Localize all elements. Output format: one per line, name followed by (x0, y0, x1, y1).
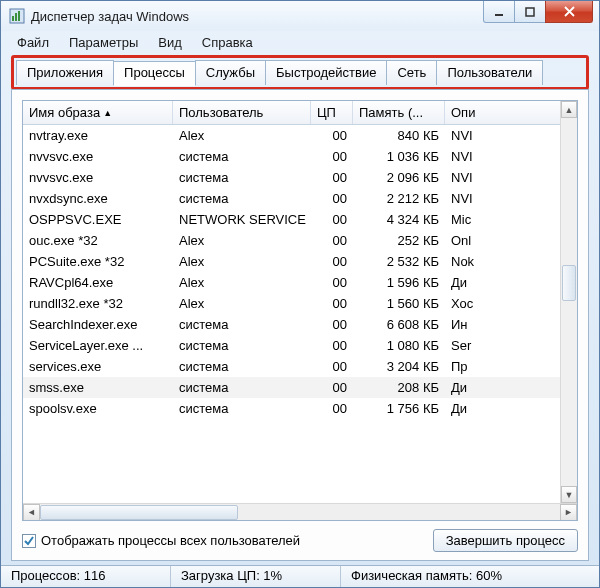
table-row[interactable]: nvtray.exeAlex00840 КБNVI (23, 125, 577, 146)
table-row[interactable]: nvvsvc.exeсистема002 096 КБNVI (23, 167, 577, 188)
cell-user: система (173, 170, 311, 185)
cell-desc: Onl (445, 233, 485, 248)
show-all-users-checkbox[interactable] (22, 534, 36, 548)
scroll-right-icon[interactable]: ► (560, 504, 577, 521)
cell-name: SearchIndexer.exe (23, 317, 173, 332)
cell-cpu: 00 (311, 233, 353, 248)
cell-cpu: 00 (311, 317, 353, 332)
table-row[interactable]: SearchIndexer.exeсистема006 608 КБИн (23, 314, 577, 335)
process-list: Имя образа▲ Пользователь ЦП Память (... … (22, 100, 578, 521)
hscroll-track[interactable] (40, 504, 560, 521)
table-row[interactable]: RAVCpl64.exeAlex001 596 КБДи (23, 272, 577, 293)
cell-mem: 4 324 КБ (353, 212, 445, 227)
cell-user: NETWORK SERVICE (173, 212, 311, 227)
cell-cpu: 00 (311, 170, 353, 185)
cell-mem: 252 КБ (353, 233, 445, 248)
cell-desc: Ди (445, 275, 485, 290)
table-row[interactable]: rundll32.exe *32Alex001 560 КБХос (23, 293, 577, 314)
svg-rect-1 (12, 16, 14, 21)
scroll-down-icon[interactable]: ▼ (561, 486, 577, 503)
cell-mem: 3 204 КБ (353, 359, 445, 374)
cell-name: PCSuite.exe *32 (23, 254, 173, 269)
table-row[interactable]: ouc.exe *32Alex00252 КБOnl (23, 230, 577, 251)
cell-cpu: 00 (311, 191, 353, 206)
status-cpu: Загрузка ЦП: 1% (171, 566, 341, 587)
cell-cpu: 00 (311, 128, 353, 143)
maximize-button[interactable] (514, 1, 546, 23)
cell-desc: NVI (445, 128, 485, 143)
cell-user: система (173, 338, 311, 353)
cell-mem: 1 080 КБ (353, 338, 445, 353)
tabs-highlight: ПриложенияПроцессыСлужбыБыстродействиеСе… (11, 55, 589, 90)
minimize-button[interactable] (483, 1, 515, 23)
cell-desc: NVI (445, 191, 485, 206)
table-row[interactable]: OSPPSVC.EXENETWORK SERVICE004 324 КБMic (23, 209, 577, 230)
scroll-up-icon[interactable]: ▲ (561, 101, 577, 118)
cell-cpu: 00 (311, 275, 353, 290)
table-row[interactable]: nvxdsync.exeсистема002 212 КБNVI (23, 188, 577, 209)
cell-desc: Mic (445, 212, 485, 227)
status-memory: Физическая память: 60% (341, 566, 599, 587)
cell-desc: Ди (445, 401, 485, 416)
cell-desc: NVI (445, 149, 485, 164)
cell-desc: NVI (445, 170, 485, 185)
cell-user: система (173, 191, 311, 206)
menu-options[interactable]: Параметры (59, 33, 148, 52)
table-row[interactable]: nvvsvc.exeсистема001 036 КБNVI (23, 146, 577, 167)
cell-name: spoolsv.exe (23, 401, 173, 416)
table-row[interactable]: PCSuite.exe *32Alex002 532 КБNok (23, 251, 577, 272)
cell-cpu: 00 (311, 401, 353, 416)
vscroll-track[interactable] (561, 118, 577, 486)
cell-desc: Ser (445, 338, 485, 353)
cell-name: services.exe (23, 359, 173, 374)
scroll-left-icon[interactable]: ◄ (23, 504, 40, 521)
col-image-name[interactable]: Имя образа▲ (23, 101, 173, 124)
col-memory[interactable]: Память (... (353, 101, 445, 124)
cell-desc: Пр (445, 359, 485, 374)
cell-user: Alex (173, 296, 311, 311)
show-all-users-label: Отображать процессы всех пользователей (41, 533, 300, 548)
menubar: Файл Параметры Вид Справка (1, 31, 599, 53)
cell-user: Alex (173, 233, 311, 248)
cell-name: rundll32.exe *32 (23, 296, 173, 311)
window-title: Диспетчер задач Windows (31, 9, 483, 24)
tab-3[interactable]: Быстродействие (265, 60, 387, 85)
table-row[interactable]: spoolsv.exeсистема001 756 КБДи (23, 398, 577, 419)
tab-5[interactable]: Пользователи (436, 60, 543, 85)
end-process-button[interactable]: Завершить процесс (433, 529, 578, 552)
vertical-scrollbar[interactable]: ▲ ▼ (560, 101, 577, 503)
cell-mem: 2 096 КБ (353, 170, 445, 185)
col-cpu[interactable]: ЦП (311, 101, 353, 124)
task-manager-window: Диспетчер задач Windows Файл Параметры В… (0, 0, 600, 588)
statusbar: Процессов: 116 Загрузка ЦП: 1% Физическа… (1, 565, 599, 587)
cell-cpu: 00 (311, 338, 353, 353)
menu-help[interactable]: Справка (192, 33, 263, 52)
table-row[interactable]: services.exeсистема003 204 КБПр (23, 356, 577, 377)
menu-view[interactable]: Вид (148, 33, 192, 52)
cell-name: nvvsvc.exe (23, 170, 173, 185)
close-button[interactable] (545, 1, 593, 23)
svg-rect-4 (495, 14, 503, 16)
col-description[interactable]: Опи (445, 101, 485, 124)
cell-name: nvtray.exe (23, 128, 173, 143)
cell-user: система (173, 317, 311, 332)
tab-0[interactable]: Приложения (16, 60, 114, 85)
menu-file[interactable]: Файл (7, 33, 59, 52)
table-row[interactable]: smss.exeсистема00208 КБДи (23, 377, 577, 398)
table-row[interactable]: ServiceLayer.exe ...система001 080 КБSer (23, 335, 577, 356)
cell-desc: Хос (445, 296, 485, 311)
hscroll-thumb[interactable] (40, 505, 238, 520)
horizontal-scrollbar[interactable]: ◄ ► (23, 503, 577, 520)
titlebar[interactable]: Диспетчер задач Windows (1, 1, 599, 31)
cell-mem: 1 756 КБ (353, 401, 445, 416)
app-icon (9, 8, 25, 24)
cell-mem: 208 КБ (353, 380, 445, 395)
col-user[interactable]: Пользователь (173, 101, 311, 124)
cell-name: nvvsvc.exe (23, 149, 173, 164)
tab-4[interactable]: Сеть (386, 60, 437, 85)
vscroll-thumb[interactable] (562, 265, 576, 301)
cell-user: система (173, 149, 311, 164)
tab-2[interactable]: Службы (195, 60, 266, 85)
tab-1[interactable]: Процессы (113, 61, 196, 86)
list-body[interactable]: nvtray.exeAlex00840 КБNVInvvsvc.exeсисте… (23, 125, 577, 503)
